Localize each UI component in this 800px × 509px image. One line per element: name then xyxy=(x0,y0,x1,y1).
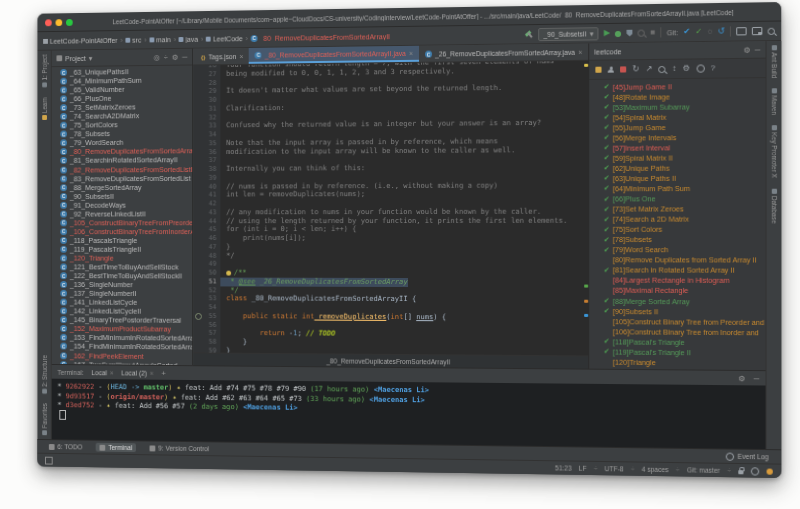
breadcrumb-item[interactable]: LeetCode xyxy=(206,35,242,42)
toggle-tool-windows-icon[interactable] xyxy=(45,456,53,464)
run-icon[interactable]: ▶ xyxy=(604,29,610,37)
tree-item[interactable]: C_88_MergeSortedArray xyxy=(52,182,192,191)
problem-item[interactable]: ✔[74]Search a 2D Matrix xyxy=(604,214,766,224)
editor-line[interactable]: 53class _80_RemoveDuplicatesFromSortedAr… xyxy=(193,294,582,304)
chevron-down-icon[interactable]: ▾ xyxy=(89,53,93,62)
problem-item[interactable]: [84]Largest Rectangle in Histogram xyxy=(604,275,766,286)
editor-tab[interactable]: C_26_RemoveDuplicatesFromSortedArray.jav… xyxy=(419,45,588,62)
tool-stripe-button[interactable]: Key Promoter X xyxy=(770,125,777,178)
tree-item[interactable]: C_105_ConstructBinaryTreeFromPreorderAn xyxy=(52,218,192,227)
gear-icon[interactable]: ⚙ xyxy=(743,45,750,54)
close-icon[interactable]: × xyxy=(239,53,243,60)
status-icon[interactable] xyxy=(595,67,601,73)
stop-icon[interactable]: ■ xyxy=(650,28,655,36)
locate-icon[interactable]: ◎ xyxy=(154,53,160,62)
editor-line[interactable]: 51 * @see _26_RemoveDuplicatesFromSorted… xyxy=(193,277,582,287)
run-method-gutter-icon[interactable] xyxy=(195,313,202,320)
search-icon[interactable] xyxy=(659,65,666,72)
breadcrumb-item[interactable]: LeetCode-PointAtOffer xyxy=(43,36,117,44)
git-update-icon[interactable]: ✔ xyxy=(683,28,690,36)
error-stripe[interactable] xyxy=(583,61,588,356)
problem-item[interactable]: ✔[88]Merge Sorted Array xyxy=(604,296,766,307)
minimize-window-button[interactable] xyxy=(56,19,63,26)
problem-item[interactable]: [80]Remove Duplicates from Sorted Array … xyxy=(604,255,766,265)
problem-item[interactable]: ✔[81]Search in Rotated Sorted Array II xyxy=(604,265,766,276)
coverage-icon[interactable] xyxy=(627,29,633,36)
close-icon[interactable]: × xyxy=(578,49,582,56)
intention-bulb-icon[interactable] xyxy=(226,271,231,276)
problem-item[interactable]: ✔[118]Pascal's Triangle xyxy=(604,336,766,347)
tree-item[interactable]: C_106_ConstructBinaryTreeFromInorderAnd xyxy=(52,227,192,236)
presentation-icon[interactable] xyxy=(736,27,746,35)
close-icon[interactable]: × xyxy=(150,369,154,376)
run-config-combo[interactable]: _90_SubsetsII▾ xyxy=(538,27,598,41)
tool-stripe-button[interactable]: Ant Build xyxy=(770,45,777,78)
problem-item[interactable]: ✔[119]Pascal's Triangle II xyxy=(604,347,766,358)
tree-item[interactable]: C_120_Triangle xyxy=(52,254,192,263)
breadcrumb-item[interactable]: src xyxy=(125,36,141,43)
status-widget-utf-8[interactable]: UTF-8 xyxy=(605,465,624,472)
problem-item[interactable]: ✔[79]Word Search xyxy=(604,245,766,255)
tool-window-button-6-todo[interactable]: 6: TODO xyxy=(45,442,86,451)
git-commit-icon[interactable]: ✓ xyxy=(695,28,702,36)
git-revert-icon[interactable]: ↺ xyxy=(718,27,725,35)
settings-gear-icon[interactable]: ⚙ xyxy=(682,65,689,73)
logout-icon[interactable] xyxy=(620,66,626,72)
git-compare-icon[interactable]: ◌ xyxy=(708,28,713,36)
event-log-button[interactable]: Event Log xyxy=(722,451,773,462)
build-hammer-icon[interactable] xyxy=(525,30,533,38)
close-window-button[interactable] xyxy=(45,19,52,26)
problem-item[interactable]: ✔[73]Set Matrix Zeroes xyxy=(604,204,766,215)
problem-item[interactable]: ✔[66]Plus One xyxy=(604,193,766,204)
hide-panel-icon[interactable]: ─ xyxy=(754,374,760,383)
sort-icon[interactable]: ↕ xyxy=(672,65,676,73)
terminal-tab[interactable]: Local× xyxy=(91,369,113,376)
inspections-icon[interactable] xyxy=(751,467,759,475)
zoom-window-button[interactable] xyxy=(66,19,73,26)
problem-item[interactable]: ✔[62]Unique Paths xyxy=(604,163,766,174)
editor-line[interactable]: 47} xyxy=(193,243,582,252)
problem-item[interactable]: ✔[75]Sort Colors xyxy=(604,224,766,234)
login-icon[interactable] xyxy=(608,67,614,73)
editor-tab[interactable]: C_80_RemoveDuplicatesFromSortedArrayII.j… xyxy=(249,46,419,64)
tool-stripe-button[interactable]: Favorites xyxy=(41,403,48,435)
submit-icon[interactable]: ↗ xyxy=(645,65,652,73)
problem-item[interactable]: [105]Construct Binary Tree from Preorder… xyxy=(604,316,766,327)
pip-icon[interactable] xyxy=(752,27,762,35)
tree-item[interactable]: C_119_PascalsTriangleII xyxy=(52,245,192,254)
profiler-icon[interactable] xyxy=(638,29,645,36)
tree-item[interactable]: C_91_DecodeWays xyxy=(52,200,192,209)
project-panel-title[interactable]: Project xyxy=(65,55,86,62)
hide-panel-icon[interactable]: ─ xyxy=(755,45,761,54)
new-terminal-tab-button[interactable]: + xyxy=(161,368,166,377)
status-widget-git-master[interactable]: Git: master xyxy=(687,466,720,474)
debug-icon[interactable] xyxy=(615,29,621,36)
help-icon[interactable]: ? xyxy=(711,64,716,72)
breadcrumb-item[interactable]: java xyxy=(179,35,198,42)
status-widget-lf[interactable]: LF xyxy=(579,465,587,472)
tool-stripe-button[interactable]: Learn xyxy=(41,97,48,120)
close-icon[interactable]: × xyxy=(409,49,413,56)
tool-stripe-button[interactable]: Database xyxy=(770,188,777,223)
refresh-icon[interactable]: ↻ xyxy=(632,65,639,73)
status-widget-4-spaces[interactable]: 4 spaces xyxy=(642,466,669,474)
collapse-all-icon[interactable]: ÷ xyxy=(164,52,168,61)
tool-stripe-button[interactable]: 1: Project xyxy=(41,55,48,88)
tree-item[interactable]: C_83_RemoveDuplicatesFromSortedList xyxy=(52,174,192,183)
tree-item[interactable]: C_92_ReverseLinkedListII xyxy=(52,209,192,218)
problem-item[interactable]: ✔[78]Subsets xyxy=(604,235,766,245)
terminal-output[interactable]: * 9262922 - (HEAD -> master) ✦ feat: Add… xyxy=(52,379,766,449)
tool-window-button-terminal[interactable]: Terminal xyxy=(96,443,136,452)
tool-stripe-button[interactable]: Maven xyxy=(770,88,777,115)
tree-item[interactable]: C_118_PascalsTriangle xyxy=(52,236,192,245)
terminal-tab[interactable]: Local (2)× xyxy=(121,369,153,376)
breadcrumb-item[interactable]: C_80_RemoveDuplicatesFromSortedArrayII xyxy=(251,33,390,42)
tool-stripe-button[interactable]: 2: Structure xyxy=(41,355,48,394)
tree-item[interactable]: C_121_BestTimeToBuyAndSellStock xyxy=(52,262,192,271)
search-everywhere-icon[interactable] xyxy=(768,27,775,34)
problem-item[interactable]: ✔[90]Subsets II xyxy=(604,306,766,317)
code-editor[interactable]: 26Your function should return length = 7… xyxy=(193,61,588,356)
problem-item[interactable]: [120]Triangle xyxy=(604,357,766,369)
close-icon[interactable]: × xyxy=(110,369,114,376)
problem-item[interactable]: [106]Construct Binary Tree from Inorder … xyxy=(604,326,766,337)
